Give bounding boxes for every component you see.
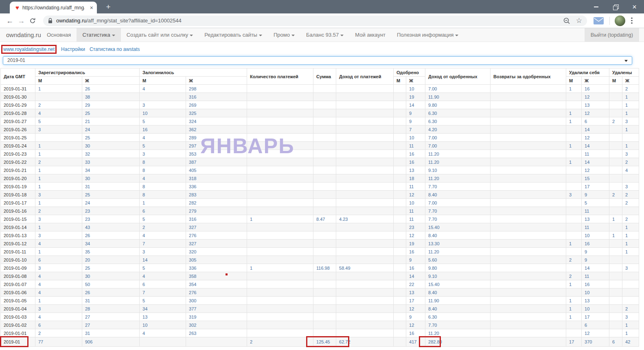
cell-registered-m: 3 (35, 215, 82, 223)
cell-payments-income (336, 166, 394, 174)
nav-item-edit-sites[interactable]: Редактировать сайты (199, 28, 268, 42)
cell-returns (491, 288, 566, 297)
cell-deleted-m (609, 223, 622, 231)
table-row: 2019-01-263241636274.20141 (1, 125, 639, 134)
cell-date: 2019-01-09 (1, 264, 35, 272)
nav-item-statistics[interactable]: Статистика (77, 28, 120, 42)
nav-item-create-site[interactable]: Создать сайт или ссылку (121, 28, 199, 42)
cell-deleted-m (609, 321, 622, 329)
tab-close-icon[interactable]: × (90, 5, 93, 11)
cell-returns (491, 191, 566, 199)
cell-registered-f: 25 (82, 191, 140, 199)
chevron-down-icon (190, 35, 193, 36)
cell-deleted-self-f: 14 (582, 264, 609, 272)
settings-link[interactable]: Настройки (61, 46, 85, 52)
col-header-payments-count: Количество платежей (247, 68, 313, 85)
cell-registered-f: 38 (82, 93, 140, 101)
cell-registered-f: 23 (82, 207, 140, 215)
chevron-down-icon (340, 35, 344, 36)
cell-deleted-self-f: 9 (582, 256, 609, 264)
minimize-button[interactable] (587, 0, 606, 13)
profile-avatar[interactable] (615, 15, 625, 26)
logout-button[interactable]: Выйти (topdating) (585, 28, 639, 42)
cell-amount (313, 256, 336, 264)
cell-payments-count: 1 (247, 264, 313, 272)
cell-approved-f: 10 (406, 134, 425, 142)
cell-logged-f: 336 (186, 264, 247, 272)
nav-item-main[interactable]: Основная (41, 28, 77, 42)
zoom-indicator-icon[interactable] (563, 17, 570, 24)
back-button[interactable]: ← (4, 15, 15, 26)
cell-logged-m: 5 (140, 142, 186, 150)
cell-returns (491, 117, 566, 125)
cell-returns (491, 109, 566, 117)
browser-tab-bar: ♥ https://owndating.ru/aff_mng/sta × + × (0, 0, 644, 13)
stats-table-wrap: Дата GMT Зарегистрировались Залогинилось… (0, 68, 639, 347)
nav-item-info[interactable]: Полезная информация (391, 28, 464, 42)
cell-amount (313, 158, 336, 166)
cell-payments-income (336, 101, 394, 109)
browser-menu-icon[interactable] (631, 18, 633, 24)
cell-registered-f: 26 (82, 85, 140, 93)
awstats-link[interactable]: Статистика по awstats (90, 46, 140, 52)
reload-button[interactable] (27, 15, 38, 26)
new-tab-button[interactable]: + (103, 1, 114, 13)
cell-logged-m (140, 93, 186, 101)
cell-logged-m: 5 (140, 264, 186, 272)
cell-logged-f: 318 (186, 174, 247, 183)
brand-logo[interactable]: owndating.ru (6, 28, 41, 42)
cell-approved-m (394, 215, 406, 223)
cell-deleted-f: 3 (622, 117, 639, 125)
cell-approved-income: 8.40 (425, 231, 491, 240)
cell-approved-m (394, 191, 406, 199)
cell-deleted-f: 1 (622, 93, 639, 101)
cell-registered-m: 1 (35, 85, 82, 93)
table-row: 2019-01-133264276128.401011 (1, 231, 639, 240)
cell-payments-count (247, 280, 313, 288)
close-button[interactable]: × (625, 0, 644, 13)
cell-amount (313, 166, 336, 174)
cell-registered-f: 43 (82, 223, 140, 231)
mail-extension-icon[interactable] (594, 17, 604, 24)
cell-deleted-self-m (566, 134, 582, 142)
nav-item-account[interactable]: Мой аккаунт (349, 28, 391, 42)
col-header-registered: Зарегистрировались (35, 68, 140, 77)
cell-payments-count (247, 125, 313, 134)
annotation-red-dot (226, 273, 228, 275)
cell-approved-m (394, 207, 406, 215)
forward-button[interactable]: → (15, 15, 27, 26)
cell-logged-f: 279 (186, 207, 247, 215)
month-select[interactable]: 2019-01 (3, 56, 632, 65)
cell-deleted-f (622, 256, 639, 264)
cell-deleted-m (609, 109, 622, 117)
url-bar[interactable]: owndating.ru/aff_mng/stat_site?affiliate… (43, 15, 587, 26)
cell-deleted-self-f: 12 (582, 166, 609, 174)
col-header-registered-f: Ж (82, 77, 140, 85)
lock-icon[interactable] (48, 18, 53, 24)
header-row-groups: Дата GMT Зарегистрировались Залогинилось… (1, 68, 639, 77)
browser-tab[interactable]: ♥ https://owndating.ru/aff_mng/sta × (10, 2, 97, 13)
cell-logged-m: 8 (140, 158, 186, 166)
cell-deleted-m: 1 (609, 231, 622, 240)
site-link[interactable]: www.royaldatingsite.net (1, 45, 57, 54)
cell-deleted-m (609, 174, 622, 183)
cell-payments-income (336, 158, 394, 166)
cell-payments-count (247, 199, 313, 207)
cell-registered-f: 27 (82, 321, 140, 329)
cell-deleted-m (609, 150, 622, 158)
cell-date: 2019-01-05 (1, 297, 35, 305)
nav-item-balance[interactable]: Баланс 93.57 (300, 28, 349, 42)
restore-button[interactable] (606, 0, 625, 13)
col-header-deleted-m: М (609, 77, 622, 85)
cell-deleted-self-f: 11 (582, 150, 609, 158)
cell-deleted-f: 1 (622, 240, 639, 248)
cell-approved-f: 16 (406, 158, 425, 166)
cell-approved-income: 7.70 (425, 207, 491, 215)
cell-payments-count (247, 313, 313, 321)
bookmark-star-icon[interactable]: ☆ (576, 17, 582, 24)
col-header-registered-m: М (35, 77, 82, 85)
col-header-deleted: Удалены (609, 68, 639, 77)
nav-item-promo[interactable]: Промо (268, 28, 300, 42)
cell-deleted-m (609, 93, 622, 101)
cell-registered-f: 30 (82, 174, 140, 183)
